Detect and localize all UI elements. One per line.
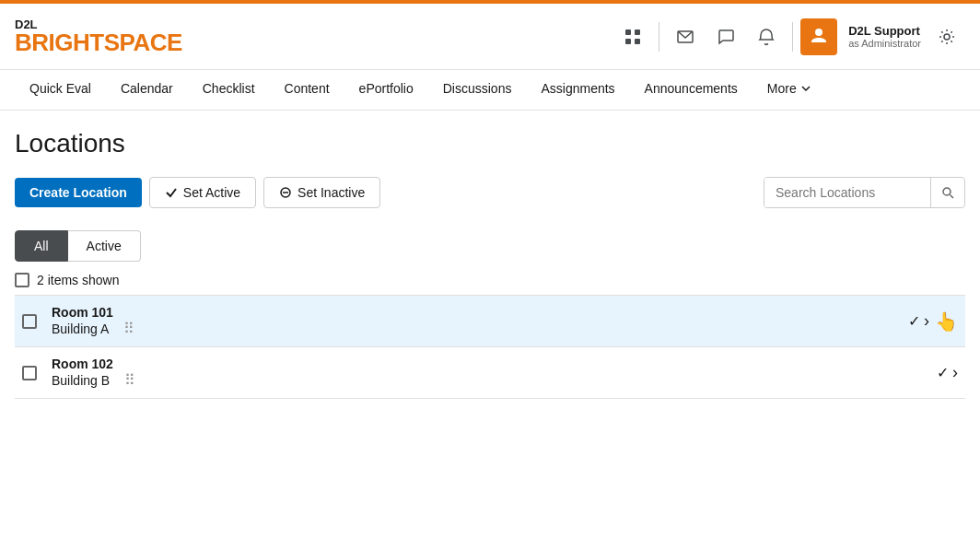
apps-icon [624, 28, 642, 46]
mail-icon [676, 28, 694, 46]
chat-icon [717, 28, 735, 46]
avatar-icon [809, 27, 829, 47]
nav-item-eportfolio[interactable]: ePortfolio [344, 70, 428, 111]
row-actions-1: ✓ › 👆 [908, 310, 965, 333]
svg-rect-1 [635, 29, 640, 35]
notifications-button[interactable] [748, 18, 785, 55]
location-row: Room 102 Building B ⠿ ✓ › [15, 347, 965, 399]
item-count-label: 2 items shown [37, 273, 119, 287]
icon-separator-1 [659, 22, 659, 52]
locations-list: Room 101 Building A ⠿ ✓ › 👆 Room 102 Bui… [15, 295, 965, 399]
svg-point-5 [944, 34, 950, 40]
icon-separator-2 [792, 22, 793, 52]
item-count-row: 2 items shown [15, 273, 965, 287]
row-actions-2: ✓ › [937, 363, 965, 382]
nav-item-checklist[interactable]: Checklist [188, 70, 270, 111]
bell-icon [757, 28, 776, 46]
row-checkbox-2 [15, 366, 44, 380]
set-active-button[interactable]: Set Active [149, 177, 256, 208]
nav-item-assignments[interactable]: Assignments [526, 70, 629, 111]
chevron-down-icon [800, 83, 811, 94]
location-checkbox-2[interactable] [22, 366, 37, 380]
header: D2L BRIGHTSPACE [0, 4, 980, 70]
location-content-1: Room 101 Building A ⠿ [44, 305, 908, 337]
user-role: as Administrator [848, 38, 921, 49]
main-nav: Quick Eval Calendar Checklist Content eP… [0, 70, 980, 111]
action-check-2: ✓ [937, 364, 949, 381]
nav-item-content[interactable]: Content [270, 70, 344, 111]
location-content-2: Room 102 Building B ⠿ [44, 357, 937, 389]
location-building-2: Building B ⠿ [52, 371, 937, 389]
set-inactive-button[interactable]: Set Inactive [263, 177, 380, 208]
nav-item-more[interactable]: More [752, 70, 826, 111]
location-name-2: Room 102 [52, 357, 937, 371]
avatar-button[interactable] [800, 18, 837, 55]
location-checkbox-1[interactable] [22, 314, 37, 329]
search-button[interactable] [930, 178, 964, 207]
check-icon [165, 186, 178, 199]
apps-button[interactable] [614, 18, 651, 55]
settings-button[interactable] [928, 18, 965, 55]
location-row: Room 101 Building A ⠿ ✓ › 👆 [15, 295, 965, 347]
row-checkbox-1 [15, 314, 44, 329]
filter-tab-active[interactable]: Active [68, 230, 141, 262]
create-location-button[interactable]: Create Location [15, 178, 142, 207]
svg-rect-2 [625, 39, 631, 44]
svg-line-9 [951, 195, 954, 199]
nav-item-quickeval[interactable]: Quick Eval [15, 70, 106, 111]
svg-point-8 [943, 188, 951, 195]
toolbar-left: Create Location Set Active Set Inactive [15, 177, 380, 208]
gear-icon [938, 28, 956, 46]
logo-accent: P [120, 29, 134, 56]
nav-item-discussions[interactable]: Discussions [428, 70, 527, 111]
nav-item-calendar[interactable]: Calendar [106, 70, 188, 111]
user-info: D2L Support as Administrator [848, 24, 921, 49]
logo[interactable]: D2L BRIGHTSPACE [15, 18, 182, 54]
logo-brightspace: BRIGHTSPACE [15, 30, 182, 54]
nav-item-announcements[interactable]: Announcements [630, 70, 752, 111]
page-title: Locations [15, 129, 965, 158]
action-check-1: ✓ [908, 312, 920, 330]
svg-rect-0 [625, 29, 631, 35]
user-name: D2L Support [848, 24, 921, 38]
search-box [764, 177, 965, 208]
expand-chevron-1[interactable]: › [924, 311, 929, 331]
filter-tab-all[interactable]: All [15, 230, 68, 262]
header-icons: D2L Support as Administrator [614, 18, 965, 55]
cancel-icon [279, 186, 292, 199]
logo-prefix: BRIGHTS [15, 29, 120, 56]
page-content: Locations Create Location Set Active Set… [0, 111, 980, 417]
logo-suffix: ACE [133, 29, 181, 56]
expand-chevron-2[interactable]: › [952, 363, 958, 382]
drag-handle-1[interactable]: ⠿ [123, 320, 134, 337]
toolbar: Create Location Set Active Set Inactive [15, 177, 965, 208]
cursor-indicator-1: 👆 [935, 310, 958, 333]
location-name-1: Room 101 [52, 305, 908, 320]
search-input[interactable] [764, 178, 930, 207]
filter-tabs: All Active [15, 230, 965, 262]
search-icon [940, 185, 955, 200]
drag-handle-2[interactable]: ⠿ [124, 371, 135, 389]
location-building-1: Building A ⠿ [52, 320, 908, 337]
mail-button[interactable] [667, 18, 704, 55]
select-all-checkbox[interactable] [15, 273, 29, 287]
chat-button[interactable] [707, 18, 744, 55]
svg-rect-3 [635, 39, 640, 44]
